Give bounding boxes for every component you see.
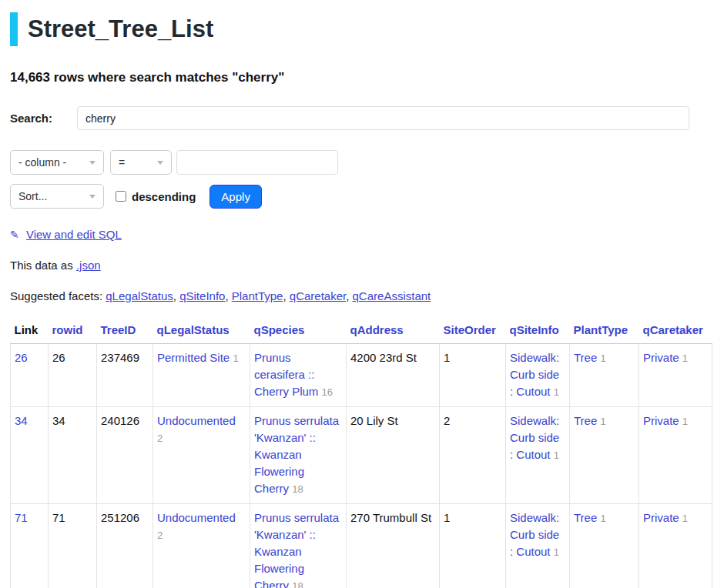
cell-qcaretaker: Private 1 — [639, 407, 712, 504]
table-row: 3434240126Undocumented 2Prunus serrulata… — [11, 407, 712, 504]
cell-siteorder: 1 — [440, 504, 506, 588]
sql-line: ✎ View and edit SQL — [10, 228, 712, 241]
cell-link[interactable]: Undocumented — [157, 414, 236, 427]
filter-operator-select[interactable]: = — [110, 150, 172, 175]
cell-link[interactable]: Sidewalk: Curb side : Cutout — [510, 511, 559, 558]
column-header-qcaretaker: qCaretaker — [639, 317, 712, 344]
json-export-link[interactable]: .json — [76, 259, 101, 272]
facet-count: 2 — [157, 530, 163, 541]
cell-link[interactable]: Tree — [574, 351, 597, 364]
view-edit-sql-link[interactable]: View and edit SQL — [26, 228, 122, 241]
cell-link[interactable]: 26 — [15, 351, 28, 364]
facet-link-qcareassistant[interactable]: qCareAssistant — [353, 289, 431, 302]
page: Street_Tree_List 14,663 rows where searc… — [0, 0, 724, 588]
column-sort-link-qsiteinfo[interactable]: qSiteInfo — [510, 323, 559, 336]
facet-link-qcaretaker[interactable]: qCaretaker — [290, 289, 346, 302]
cell-link[interactable]: Private — [643, 414, 679, 427]
column-sort-link-qcaretaker[interactable]: qCaretaker — [643, 323, 703, 336]
cell-link[interactable]: Prunus serrulata 'Kwanzan' :: Kwanzan Fl… — [254, 511, 339, 588]
cell-rowid: 26 — [49, 344, 97, 407]
cell-treeid: 237469 — [97, 344, 153, 407]
column-sort-link-planttype[interactable]: PlantType — [574, 323, 628, 336]
facet-count: 1 — [682, 352, 688, 364]
facet-link-qlegalstatus[interactable]: qLegalStatus — [106, 289, 173, 302]
pencil-icon: ✎ — [10, 229, 19, 241]
cell-link[interactable]: Tree — [574, 511, 597, 524]
column-header-rowid: rowid — [49, 317, 97, 344]
cell-siteorder: 1 — [440, 344, 506, 407]
column-sort-link-qlegalstatus[interactable]: qLegalStatus — [157, 323, 230, 336]
results-table: LinkrowidTreeIDqLegalStatusqSpeciesqAddr… — [10, 317, 712, 588]
cell-qsiteinfo: Sidewalk: Curb side : Cutout 1 — [506, 344, 570, 407]
cell-link[interactable]: Private — [643, 511, 679, 524]
cell-link[interactable]: Sidewalk: Curb side : Cutout — [510, 351, 559, 398]
cell-link: 34 — [11, 407, 49, 504]
cell-qspecies: Prunus cerasifera :: Cherry Plum 16 — [250, 344, 347, 407]
cell-rowid: 71 — [49, 504, 97, 588]
facet-count: 1 — [600, 416, 605, 427]
cell-qaddress: 4200 23rd St — [347, 344, 440, 407]
cell-link[interactable]: Undocumented — [157, 511, 236, 524]
cell-qlegalstatus: Permitted Site 1 — [153, 344, 250, 407]
data-as-prefix: This data as — [10, 259, 73, 272]
table-body: 2626237469Permitted Site 1Prunus cerasif… — [11, 344, 712, 588]
sort-select[interactable]: Sort... — [10, 184, 104, 209]
cell-qsiteinfo: Sidewalk: Curb side : Cutout 1 — [506, 407, 570, 504]
cell-link: 26 — [11, 344, 49, 407]
facet-count: 1 — [600, 513, 605, 524]
column-header-qaddress: qAddress — [347, 317, 440, 344]
column-sort-link-qspecies[interactable]: qSpecies — [254, 323, 305, 336]
column-sort-link-rowid[interactable]: rowid — [52, 323, 83, 336]
column-sort-link-qaddress[interactable]: qAddress — [350, 323, 404, 336]
search-input[interactable] — [77, 106, 689, 130]
chevron-down-icon — [89, 161, 96, 165]
filter-column-value: - column - — [18, 156, 66, 169]
column-header-qlegalstatus: qLegalStatus — [153, 317, 250, 344]
cell-link[interactable]: Tree — [574, 414, 597, 427]
cell-qcaretaker: Private 1 — [639, 344, 712, 407]
filter-column-select[interactable]: - column - — [10, 150, 104, 175]
column-sort-link-treeid[interactable]: TreeID — [101, 323, 136, 336]
column-header-siteorder: SiteOrder — [440, 317, 506, 344]
chevron-down-icon — [157, 161, 163, 165]
descending-checkbox[interactable] — [116, 191, 126, 202]
cell-rowid: 34 — [49, 407, 97, 504]
cell-qsiteinfo: Sidewalk: Curb side : Cutout 1 — [506, 504, 570, 588]
facet-count: 1 — [554, 546, 559, 558]
cell-qaddress: 20 Lily St — [347, 407, 440, 504]
cell-link: 71 — [11, 504, 49, 588]
cell-treeid: 240126 — [97, 407, 153, 504]
cell-link[interactable]: Permitted Site — [157, 351, 230, 364]
cell-planttype: Tree 1 — [570, 344, 639, 407]
facet-count: 1 — [600, 352, 605, 364]
sort-row: Sort... descending Apply — [10, 184, 712, 209]
cell-planttype: Tree 1 — [570, 407, 639, 504]
filter-operator-value: = — [119, 156, 125, 169]
suggested-facets-line: Suggested facets: qLegalStatus, qSiteInf… — [10, 289, 712, 302]
column-header-planttype: PlantType — [570, 317, 639, 344]
facet-count: 1 — [554, 449, 559, 461]
filter-value-input[interactable] — [176, 150, 338, 175]
cell-qaddress: 270 Trumbull St — [347, 504, 440, 588]
table-row: 7171251206Undocumented 2Prunus serrulata… — [11, 504, 712, 588]
facet-links: qLegalStatus, qSiteInfo, PlantType, qCar… — [106, 289, 431, 302]
facet-link-planttype[interactable]: PlantType — [232, 289, 283, 302]
search-row: Search: — [10, 106, 712, 130]
page-title: Street_Tree_List — [28, 15, 213, 43]
data-export-line: This data as .json — [10, 259, 712, 272]
cell-link[interactable]: Prunus cerasifera :: Cherry Plum — [254, 351, 318, 398]
cell-link[interactable]: Private — [643, 351, 679, 364]
cell-link[interactable]: Sidewalk: Curb side : Cutout — [510, 414, 559, 461]
apply-button[interactable]: Apply — [209, 185, 262, 209]
facet-count: 18 — [292, 483, 303, 495]
column-sort-link-siteorder[interactable]: SiteOrder — [444, 323, 496, 336]
cell-link[interactable]: 71 — [15, 511, 28, 524]
cell-qspecies: Prunus serrulata 'Kwanzan' :: Kwanzan Fl… — [250, 504, 347, 588]
column-header-qspecies: qSpecies — [250, 317, 347, 344]
facet-link-qsiteinfo[interactable]: qSiteInfo — [179, 289, 225, 302]
facet-count: 1 — [233, 352, 238, 364]
column-header-link: Link — [11, 317, 49, 344]
facet-count: 1 — [554, 386, 559, 398]
cell-link[interactable]: 34 — [15, 414, 28, 427]
facet-count: 1 — [682, 416, 688, 427]
